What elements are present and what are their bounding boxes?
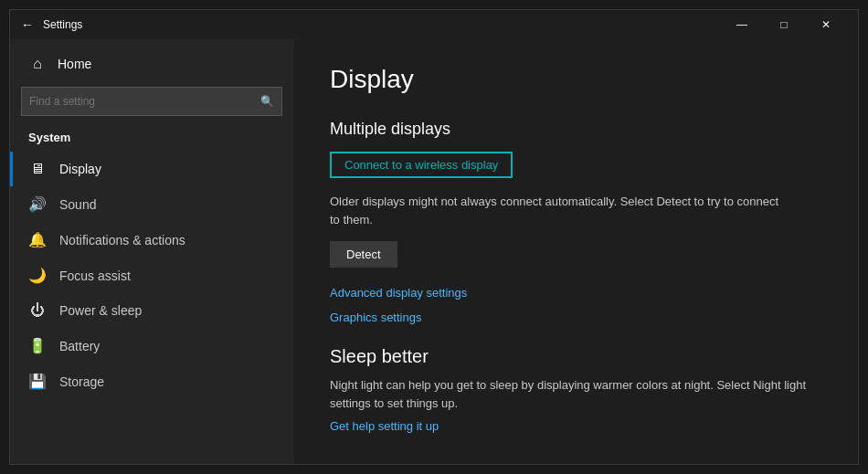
- sidebar-item-focus[interactable]: 🌙 Focus assist: [10, 258, 293, 293]
- battery-icon: 🔋: [28, 337, 47, 354]
- sidebar-item-notifications[interactable]: 🔔 Notifications & actions: [10, 222, 293, 258]
- sidebar-item-storage[interactable]: 💾 Storage: [10, 363, 293, 399]
- sidebar-search-box[interactable]: 🔍: [21, 87, 282, 116]
- sidebar-item-display[interactable]: 🖥 Display: [10, 152, 293, 186]
- detect-button[interactable]: Detect: [330, 241, 397, 268]
- close-button[interactable]: ✕: [805, 10, 847, 39]
- help-link[interactable]: Get help setting it up: [330, 419, 821, 433]
- settings-window: ← Settings — □ ✕ ⌂ Home 🔍 System 🖥 Displ…: [9, 9, 859, 465]
- sound-icon: 🔊: [28, 195, 47, 213]
- window-content: ⌂ Home 🔍 System 🖥 Display 🔊 Sound 🔔 Noti…: [10, 39, 858, 464]
- window-controls: — □ ✕: [721, 10, 847, 39]
- sidebar-item-label: Focus assist: [59, 269, 131, 283]
- home-icon: ⌂: [28, 56, 47, 72]
- page-title: Display: [330, 65, 821, 94]
- sidebar-home-label: Home: [58, 57, 91, 71]
- maximize-button[interactable]: □: [763, 10, 805, 39]
- advanced-display-settings-link[interactable]: Advanced display settings: [330, 286, 821, 300]
- connect-wireless-button[interactable]: Connect to a wireless display: [330, 152, 513, 178]
- back-button[interactable]: ←: [21, 17, 34, 32]
- notifications-icon: 🔔: [28, 231, 47, 248]
- sleep-section: Sleep better Night light can help you ge…: [330, 346, 821, 433]
- sidebar-item-label: Power & sleep: [59, 303, 142, 318]
- storage-icon: 💾: [28, 373, 47, 390]
- sidebar-item-label: Display: [59, 162, 101, 176]
- sidebar: ⌂ Home 🔍 System 🖥 Display 🔊 Sound 🔔 Noti…: [10, 39, 293, 464]
- sleep-title: Sleep better: [330, 346, 821, 367]
- focus-icon: 🌙: [28, 267, 47, 284]
- sidebar-home[interactable]: ⌂ Home: [10, 47, 293, 81]
- sidebar-item-power[interactable]: ⏻ Power & sleep: [10, 293, 293, 328]
- sidebar-item-sound[interactable]: 🔊 Sound: [10, 186, 293, 222]
- multiple-displays-description: Older displays might not always connect …: [330, 193, 787, 228]
- display-icon: 🖥: [28, 161, 47, 177]
- sidebar-item-battery[interactable]: 🔋 Battery: [10, 328, 293, 363]
- sidebar-item-label: Sound: [59, 197, 96, 212]
- titlebar: ← Settings — □ ✕: [10, 10, 858, 39]
- main-content: Display Multiple displays Connect to a w…: [293, 39, 858, 464]
- minimize-button[interactable]: —: [721, 10, 763, 39]
- sleep-description: Night light can help you get to sleep by…: [330, 376, 821, 412]
- search-icon: 🔍: [260, 95, 274, 108]
- sidebar-item-label: Battery: [59, 339, 100, 353]
- multiple-displays-title: Multiple displays: [330, 120, 821, 139]
- power-icon: ⏻: [28, 302, 47, 319]
- sidebar-section-title: System: [10, 125, 293, 152]
- graphics-settings-link[interactable]: Graphics settings: [330, 311, 821, 324]
- search-input[interactable]: [29, 95, 260, 108]
- sidebar-item-label: Storage: [59, 374, 104, 389]
- sidebar-item-label: Notifications & actions: [59, 233, 185, 248]
- titlebar-title: Settings: [43, 18, 721, 31]
